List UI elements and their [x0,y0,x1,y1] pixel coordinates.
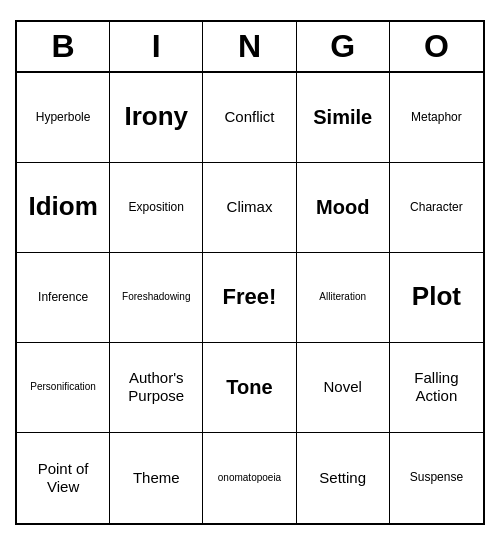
bingo-cell: Plot [390,253,483,343]
cell-text: Tone [226,375,272,399]
cell-text: Foreshadowing [122,291,190,303]
header-letter: N [203,22,296,71]
cell-text: Author's Purpose [116,369,196,405]
cell-text: Conflict [224,108,274,126]
bingo-cell: Point of View [17,433,110,523]
bingo-cell: Climax [203,163,296,253]
bingo-cell: Author's Purpose [110,343,203,433]
cell-text: Free! [223,284,277,310]
bingo-cell: Alliteration [297,253,390,343]
bingo-cell: Character [390,163,483,253]
cell-text: Falling Action [396,369,477,405]
cell-text: Inference [38,290,88,304]
bingo-cell: onomatopoeia [203,433,296,523]
bingo-grid: HyperboleIronyConflictSimileMetaphorIdio… [17,73,483,523]
cell-text: Novel [324,378,362,396]
cell-text: Theme [133,469,180,487]
bingo-cell: Falling Action [390,343,483,433]
cell-text: Hyperbole [36,110,91,124]
bingo-cell: Mood [297,163,390,253]
bingo-cell: Exposition [110,163,203,253]
cell-text: Character [410,200,463,214]
bingo-cell: Idiom [17,163,110,253]
cell-text: Climax [227,198,273,216]
bingo-card: BINGO HyperboleIronyConflictSimileMetaph… [15,20,485,525]
bingo-cell: Suspense [390,433,483,523]
cell-text: Personification [30,381,96,393]
cell-text: Plot [412,281,461,312]
header-letter: I [110,22,203,71]
cell-text: Exposition [129,200,184,214]
cell-text: Idiom [28,191,97,222]
bingo-cell: Simile [297,73,390,163]
cell-text: Point of View [23,460,103,496]
bingo-cell: Theme [110,433,203,523]
bingo-cell: Inference [17,253,110,343]
cell-text: Suspense [410,470,463,484]
bingo-cell: Setting [297,433,390,523]
cell-text: Setting [319,469,366,487]
cell-text: Irony [125,101,189,132]
cell-text: onomatopoeia [218,472,281,484]
header-letter: G [297,22,390,71]
bingo-cell: Hyperbole [17,73,110,163]
bingo-cell: Personification [17,343,110,433]
bingo-cell: Tone [203,343,296,433]
header-letter: B [17,22,110,71]
cell-text: Simile [313,105,372,129]
cell-text: Mood [316,195,369,219]
bingo-cell: Foreshadowing [110,253,203,343]
bingo-cell: Irony [110,73,203,163]
bingo-header: BINGO [17,22,483,73]
cell-text: Alliteration [319,291,366,303]
bingo-cell: Novel [297,343,390,433]
bingo-cell: Metaphor [390,73,483,163]
cell-text: Metaphor [411,110,462,124]
header-letter: O [390,22,483,71]
bingo-cell: Conflict [203,73,296,163]
bingo-cell: Free! [203,253,296,343]
